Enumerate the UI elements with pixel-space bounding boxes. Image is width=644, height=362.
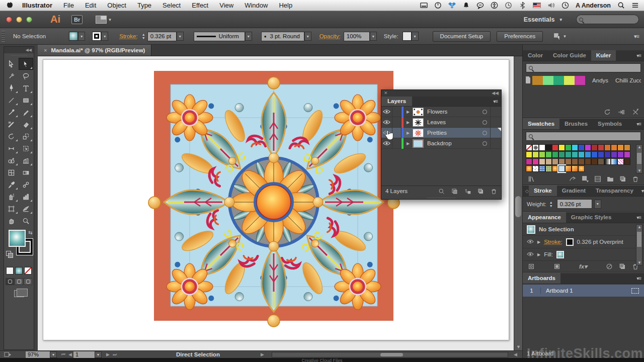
swatch[interactable] (558, 151, 565, 158)
swatch[interactable] (552, 144, 558, 151)
swatch[interactable] (604, 144, 611, 151)
document-setup-button[interactable]: Document Setup (433, 31, 491, 42)
swatch[interactable] (526, 151, 532, 158)
horizontal-scrollbar[interactable] (272, 352, 508, 357)
minimize-window-button[interactable] (16, 17, 22, 23)
brush-definition-dropdown[interactable]: ▾ (304, 32, 311, 41)
appearance-stroke-swatch[interactable] (566, 238, 574, 246)
opacity-panel-link[interactable]: Opacity: (319, 33, 341, 39)
lock-cell[interactable] (392, 117, 401, 128)
tab-graphic-styles[interactable]: Graphic Styles (566, 212, 617, 223)
menu-item-object[interactable]: Object (102, 2, 132, 9)
width-profile-dropdown[interactable]: ▾ (245, 32, 252, 41)
layer-name[interactable]: Backdrop (427, 140, 452, 146)
layer-row-pretties[interactable]: ▶ Pretties (381, 128, 501, 138)
select-similar-icon[interactable] (553, 32, 561, 41)
clear-appearance-icon[interactable] (606, 263, 613, 270)
eye-icon[interactable] (527, 239, 534, 245)
swatch[interactable] (545, 158, 552, 165)
swatch[interactable] (572, 158, 578, 165)
status-options-icon[interactable] (4, 351, 12, 358)
swatch[interactable] (545, 144, 552, 151)
swatch[interactable] (539, 158, 545, 165)
menu-item-help[interactable]: Help (273, 2, 298, 9)
swatch[interactable] (611, 158, 617, 165)
layer-row-backdrop[interactable]: ▶ Backdrop (381, 138, 501, 149)
disconnect-icon[interactable] (632, 109, 639, 116)
tab-layers[interactable]: Layers (381, 97, 412, 106)
swatch[interactable] (572, 151, 578, 158)
messages-icon[interactable] (476, 2, 484, 9)
tab-gradient[interactable]: Gradient (557, 186, 591, 196)
tab-stroke[interactable]: Stroke (529, 186, 557, 196)
swatch[interactable] (565, 144, 572, 151)
tool-artboard[interactable] (4, 203, 19, 215)
tool-perspective-grid[interactable] (19, 154, 33, 166)
first-page-icon[interactable]: ⏮ (61, 352, 65, 357)
weight-dropdown[interactable]: ▾ (594, 200, 601, 209)
refresh-icon[interactable] (604, 109, 611, 116)
default-fill-stroke-icon[interactable] (6, 251, 11, 256)
swatch[interactable] (611, 151, 617, 158)
show-kinds-menu-icon[interactable] (582, 175, 589, 183)
visibility-eye-icon[interactable] (381, 117, 392, 128)
swatch[interactable] (585, 158, 591, 165)
bluetooth-icon[interactable] (519, 2, 526, 9)
tab-appearance[interactable]: Appearance (523, 212, 566, 223)
swatch[interactable] (545, 151, 552, 158)
swap-fill-stroke-icon[interactable]: ⇆ (28, 230, 32, 235)
status-expand-icon[interactable]: ▶ (261, 352, 264, 357)
menu-item-illustrator[interactable]: Illustrator (17, 2, 58, 9)
add-to-swatches-icon[interactable] (618, 109, 625, 116)
swatch[interactable] (565, 165, 572, 172)
appearance-stroke-label[interactable]: Stroke: (544, 239, 562, 245)
swatch[interactable] (545, 165, 552, 172)
volume-icon[interactable] (547, 2, 555, 9)
layer-name[interactable]: Pretties (427, 130, 447, 136)
kuler-color-swatch[interactable] (553, 76, 564, 85)
swatch[interactable] (611, 144, 617, 151)
swatch[interactable] (617, 151, 624, 158)
swatch[interactable] (552, 165, 558, 172)
none-button[interactable] (24, 267, 32, 275)
swatch[interactable] (578, 151, 585, 158)
swatch[interactable] (578, 165, 585, 172)
tool-mesh[interactable] (4, 166, 19, 178)
scroll-down-icon[interactable]: ▼ (516, 344, 521, 349)
swatch[interactable] (565, 151, 572, 158)
stroke-panel-link[interactable]: Stroke: (119, 33, 137, 39)
menu-item-view[interactable]: View (214, 2, 239, 9)
tool-lasso[interactable] (19, 70, 33, 82)
artboard-nav-dropdown[interactable]: ▾ (95, 351, 102, 358)
go-to-bridge-button[interactable]: Br (71, 15, 83, 24)
dropbox-icon[interactable] (448, 2, 456, 9)
swatch[interactable] (591, 151, 598, 158)
swatch[interactable] (617, 158, 624, 165)
expand-layer-icon[interactable]: ▶ (404, 110, 413, 114)
swatch[interactable] (624, 151, 630, 158)
menu-item-edit[interactable]: Edit (79, 2, 102, 9)
kuler-color-swatch[interactable] (543, 76, 553, 85)
swatch[interactable] (558, 165, 565, 172)
swatch[interactable] (591, 144, 598, 151)
fill-color-swatch[interactable] (69, 32, 78, 41)
stroke-weight-stepper[interactable]: ▲▼ (141, 32, 146, 41)
tool-shape-builder[interactable] (4, 154, 19, 166)
kuler-share-icon[interactable] (569, 175, 576, 183)
swatches-search-input[interactable] (526, 132, 641, 141)
list-view-icon[interactable] (594, 175, 601, 183)
swatch[interactable] (552, 151, 558, 158)
swatch[interactable] (565, 158, 572, 165)
lock-cell[interactable] (392, 107, 401, 117)
workspace-switcher[interactable]: Essentials ▾ (524, 16, 562, 23)
user-menu[interactable]: A Anderson (576, 2, 611, 9)
swatch[interactable] (598, 151, 604, 158)
expand-icon[interactable]: ▶ (537, 240, 540, 244)
tool-blend[interactable] (19, 178, 33, 191)
eye-icon[interactable] (527, 251, 534, 257)
appearance-fill-swatch[interactable] (556, 251, 564, 258)
weight-field[interactable]: 0.326 pt (557, 199, 592, 209)
swatch[interactable] (578, 144, 585, 151)
panel-resize-grip[interactable] (427, 197, 456, 199)
swatch[interactable] (624, 144, 630, 151)
